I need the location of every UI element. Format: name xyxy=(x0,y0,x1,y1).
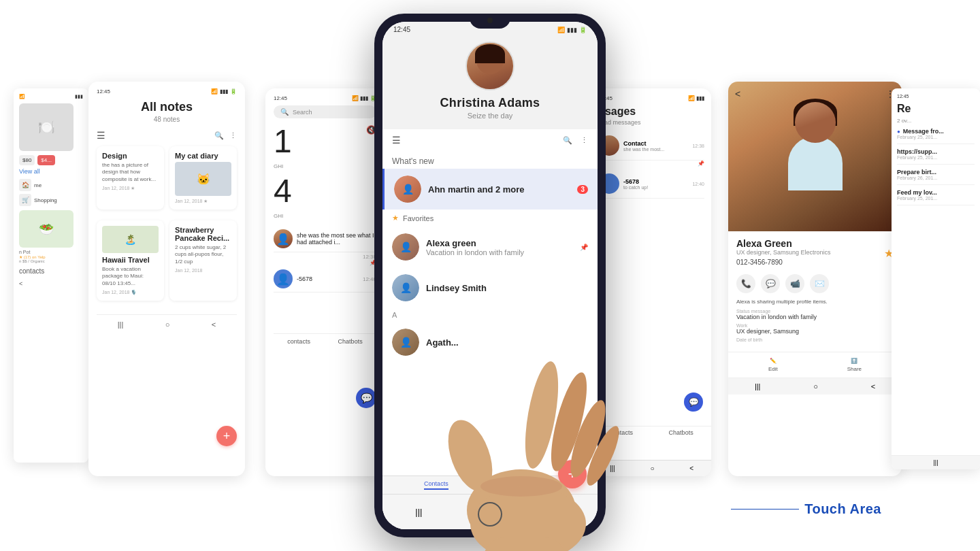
lp-wifi: 📶 xyxy=(352,95,359,101)
lp-contact-2[interactable]: 👤 -5678 12:40 xyxy=(274,266,376,293)
fr-title: Re xyxy=(897,103,975,115)
msg-contact-2[interactable]: -5678 to catch up! 12:40 xyxy=(599,169,704,199)
msg-nav-home[interactable]: ○ xyxy=(650,465,654,472)
fr-item-4[interactable]: Feed my lov... February 25, 201... xyxy=(897,185,975,205)
contact-alexa[interactable]: 👤 Alexa green Vacation in london with fa… xyxy=(382,227,598,267)
notes-nav-back[interactable]: < xyxy=(212,320,216,329)
left-big-num-4: 4 xyxy=(274,175,292,207)
cd-call-button[interactable]: 📞 xyxy=(736,274,755,293)
cd-nav-menu[interactable]: ||| xyxy=(755,382,761,390)
lindsey-avatar-face: 👤 xyxy=(392,274,419,301)
cd-nav-home[interactable]: ○ xyxy=(813,382,818,390)
contact-lindsey[interactable]: 👤 Lindsey Smith xyxy=(382,267,598,308)
fr-date-3: February 26, 201... xyxy=(897,176,975,180)
pfl-nav-back[interactable]: < xyxy=(19,280,22,287)
cd-share-button[interactable]: ⬆️ Share xyxy=(847,358,862,372)
cd-contact-phone[interactable]: 012-3456-7890 xyxy=(736,258,831,266)
alexa-pin-icon: 📌 xyxy=(580,244,588,251)
toolbar-hamburger-icon[interactable]: ☰ xyxy=(392,135,401,146)
msg-tab-chatbots[interactable]: Chatbots xyxy=(669,429,693,436)
pfl-battery: ▮▮▮ xyxy=(75,94,83,99)
whats-new-label: What's new xyxy=(392,156,434,166)
msg-contact-1[interactable]: Contact she was the most... 12:38 xyxy=(599,131,704,161)
notes-more-icon[interactable]: ⋮ xyxy=(229,131,237,140)
contact-ahn-martin[interactable]: 👤 Ahn martin and 2 more 3 xyxy=(382,169,598,210)
touch-area-label: Touch Area xyxy=(804,501,881,517)
cd-share-label: Share xyxy=(847,366,862,372)
fr-date-2: February 25, 201... xyxy=(897,155,975,160)
home-button[interactable] xyxy=(478,502,502,527)
profile-avatar[interactable] xyxy=(466,41,514,90)
profile-subtitle: Seize the day xyxy=(468,112,513,120)
lp-chatbubble[interactable]: 💬 xyxy=(356,388,376,408)
fr-nav-menu[interactable]: ||| xyxy=(933,459,938,466)
cd-edit-button[interactable]: ✏️ Edit xyxy=(768,358,778,372)
far-left-panel: 📶 ▮▮▮ 🍽️ $80 $4... View all 🏠 me 🛒 Shopp… xyxy=(14,88,88,463)
pfl-contacts-link[interactable]: contacts xyxy=(19,267,44,275)
note-pancake-title: Strawberry Pancake Reci... xyxy=(175,226,231,242)
alexa-contact-name: Alexa green xyxy=(426,238,573,248)
cd-contact-name: Alexa Green xyxy=(736,238,831,249)
nav-back-icon[interactable]: < xyxy=(559,507,565,517)
pfl-wifi: 📶 xyxy=(19,94,25,99)
cd-nav-back[interactable]: < xyxy=(871,382,875,390)
msg-info-1: Contact she was the most... xyxy=(623,140,688,152)
wifi-icon: 📶 xyxy=(557,27,565,33)
note-design-date: Jan 12, 2018 ★ xyxy=(102,186,159,191)
lp-contact-1[interactable]: 👤 she was the most see what I had attach… xyxy=(274,226,376,252)
fr-time: 12:45 xyxy=(897,94,909,99)
msg-nav-menu[interactable]: ||| xyxy=(610,465,615,472)
notes-hamburger-icon[interactable]: ☰ xyxy=(97,130,105,141)
screen-inner: 12:45 📶 ▮▮▮ 🔋 xyxy=(382,22,598,529)
left-panel: 12:45 📶 ▮▮▮ 🔋 🔍 Search 1 🔇 GHI 4 GHI � xyxy=(265,88,385,476)
cd-back-button[interactable]: < xyxy=(735,88,740,99)
notes-nav-home[interactable]: ○ xyxy=(165,320,170,329)
contact-agatha[interactable]: 👤 Agath... xyxy=(382,322,598,363)
note-card-hawaii[interactable]: 🏝️ Hawaii Travel Book a vacation package… xyxy=(97,220,164,301)
lp-tab-contacts[interactable]: contacts xyxy=(287,338,310,345)
cd-email-button[interactable]: ✉️ xyxy=(810,274,829,293)
notes-fab[interactable]: + xyxy=(216,426,237,446)
fr-item-3[interactable]: Prepare birt... February 26, 201... xyxy=(897,165,975,185)
fab-button[interactable]: + xyxy=(558,460,587,488)
cd-message-button[interactable]: 💬 xyxy=(761,274,780,293)
msg-tab-contacts[interactable]: contacts xyxy=(610,429,633,436)
cd-sharing-status: Alexa is sharing multiple profile items. xyxy=(736,299,894,305)
msg-pin-1: 📌 xyxy=(599,161,704,167)
cd-video-button[interactable]: 📹 xyxy=(785,274,804,293)
msg-status-bar: 12:45 📶 ▮▮▮ xyxy=(599,95,704,101)
star-icon: ★ xyxy=(392,214,399,222)
notes-time: 12:45 xyxy=(97,88,110,95)
lp-search-icon: 🔍 xyxy=(280,108,289,116)
note-card-cat[interactable]: My cat diary 🐱 Jan 12, 2018 ★ xyxy=(169,146,237,210)
left-search-bar[interactable]: 🔍 Search xyxy=(274,105,376,118)
msg-nav-back[interactable]: < xyxy=(689,465,693,472)
notes-panel: 12:45 📶 ▮▮▮ 🔋 All notes 48 notes ☰ 🔍 ⋮ D… xyxy=(88,82,245,476)
msg-title: ssages xyxy=(599,105,704,118)
note-card-pancake[interactable]: Strawberry Pancake Reci... 2 cups white … xyxy=(169,220,237,301)
lp-tab-chatbots[interactable]: Chatbots xyxy=(338,338,363,345)
phone-frame: 12:45 📶 ▮▮▮ 🔋 xyxy=(374,14,606,537)
ahn-badge: 3 xyxy=(577,185,588,194)
nav-menu-icon[interactable]: ||| xyxy=(415,507,422,517)
note-card-design[interactable]: Design the has a picture of design that … xyxy=(97,146,164,210)
cd-dob-label: Date of birth xyxy=(736,337,894,342)
tab-chatbots[interactable]: Chatbots xyxy=(532,480,556,490)
msg-bottom-tabs: contacts Chatbots xyxy=(592,426,711,439)
msg-subtitle: read messages xyxy=(599,119,704,126)
msg-chatbubble[interactable]: 💬 xyxy=(684,393,703,412)
view-all-link[interactable]: View all xyxy=(19,168,83,175)
fr-item-2[interactable]: https://supp... February 25, 201... xyxy=(897,144,975,165)
notes-nav-menu[interactable]: ||| xyxy=(118,320,124,329)
fr-item-1[interactable]: ● Message fro... February 25, 201... xyxy=(897,124,975,144)
cd-work-value: UX designer, Samsung xyxy=(736,328,894,335)
note-design-body: the has a picture of design that how com… xyxy=(102,162,159,183)
fr-status-bar: 12:45 xyxy=(897,94,975,99)
toolbar-search-icon[interactable]: 🔍 xyxy=(563,136,572,145)
alexa-contact-sub: Vacation in london with family xyxy=(426,248,573,256)
toolbar-more-icon[interactable]: ⋮ xyxy=(581,136,588,145)
left-big-num-row: 1 🔇 xyxy=(274,125,376,158)
lp-avatar-1: 👤 xyxy=(274,229,293,248)
tab-contacts[interactable]: Contacts xyxy=(424,480,448,490)
notes-search-icon[interactable]: 🔍 xyxy=(214,131,224,140)
